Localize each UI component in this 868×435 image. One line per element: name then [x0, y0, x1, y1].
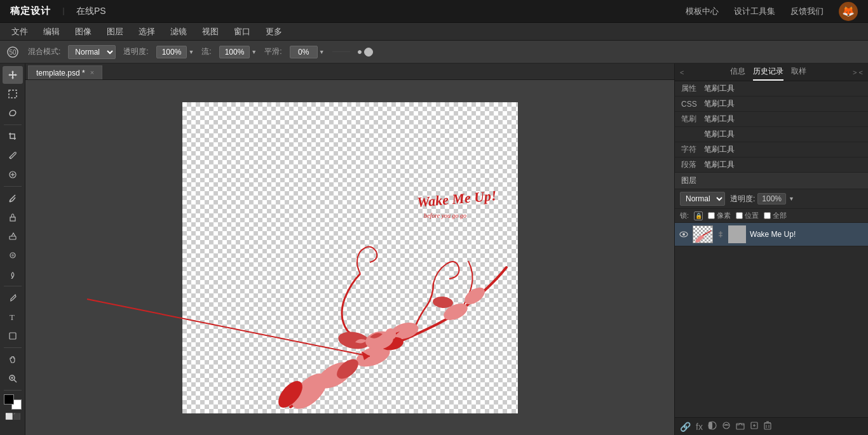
layer-section-header: 图层	[675, 173, 868, 189]
tool-move[interactable]	[3, 66, 23, 84]
layer-style-icon[interactable]: fx	[696, 422, 703, 432]
menu-window[interactable]: 窗口	[227, 25, 257, 39]
tool-eraser[interactable]	[3, 227, 23, 245]
tool-selection[interactable]	[3, 85, 23, 103]
flow-label: 流:	[201, 46, 211, 57]
menu-layer[interactable]: 图层	[100, 25, 130, 39]
top-bar-left: 稿定设计 ｜ 在线PS	[10, 5, 106, 17]
lock-pixel-label: 像素	[717, 211, 731, 220]
brush-tool-icon: 50	[5, 44, 20, 60]
menu-more[interactable]: 更多	[259, 25, 288, 39]
tool-sep-2	[4, 186, 22, 187]
layer-opacity-value[interactable]: 100%	[757, 193, 786, 204]
menu-file[interactable]: 文件	[5, 25, 34, 39]
brush-small-icon	[358, 50, 362, 54]
smooth-arrow[interactable]: ▼	[319, 49, 325, 55]
layer-mask-icon[interactable]	[708, 421, 717, 432]
layer-visibility-toggle[interactable]	[679, 229, 689, 239]
tool-text[interactable]: T	[3, 308, 23, 326]
layer-name-label: Wake Me Up!	[750, 230, 864, 239]
svg-text:T: T	[10, 312, 15, 321]
document-tab[interactable]: template.psd * ×	[28, 65, 102, 79]
nav-template-center[interactable]: 模板中心	[686, 6, 719, 17]
avatar[interactable]: 🦊	[839, 2, 858, 21]
tool-shape[interactable]	[3, 327, 23, 345]
tab-history[interactable]: 历史记录	[753, 64, 783, 81]
tool-stamp[interactable]	[3, 208, 23, 226]
svg-rect-45	[709, 422, 712, 429]
tool-hand[interactable]	[3, 351, 23, 368]
layer-item[interactable]: Wake Me Up!	[675, 223, 868, 246]
svg-text:before you go go: before you go go	[424, 212, 466, 219]
lock-pixel-input[interactable]	[708, 212, 715, 219]
tab-sample[interactable]: 取样	[791, 64, 806, 81]
foreground-color-swatch[interactable]	[4, 394, 14, 405]
menu-select[interactable]: 选择	[132, 25, 161, 39]
opacity-arrow[interactable]: ▼	[188, 49, 194, 55]
lock-position-input[interactable]	[736, 212, 743, 219]
smooth-value[interactable]: 0%	[290, 46, 318, 58]
svg-point-34	[385, 328, 397, 340]
tool-healing[interactable]	[3, 166, 23, 184]
svg-point-28	[461, 284, 487, 307]
layer-opacity-group: 透明度: 100% ▼	[730, 193, 794, 204]
panel-expand-right[interactable]: > <	[853, 69, 863, 76]
canvas-svg: Wake Me Up! before you go go	[182, 102, 518, 413]
nav-feedback[interactable]: 反馈我们	[790, 6, 824, 17]
menu-image[interactable]: 图像	[69, 25, 98, 39]
tool-pen[interactable]	[3, 289, 23, 307]
layer-panel-spacer	[675, 246, 868, 417]
tool-brush[interactable]	[3, 189, 23, 207]
logo-divider: ｜	[60, 6, 67, 17]
flow-value[interactable]: 100%	[219, 46, 250, 58]
lock-icon: 🔒	[694, 211, 703, 220]
tool-sep-1	[4, 124, 22, 125]
canvas-area: template.psd * × Wake Me Up! before you …	[25, 64, 674, 435]
lock-position-checkbox[interactable]: 位置	[736, 211, 759, 220]
flow-arrow[interactable]: ▼	[251, 49, 257, 55]
panel-collapse-left[interactable]: <	[680, 69, 684, 76]
delete-layer-icon[interactable]	[764, 421, 771, 432]
layer-opacity-arrow[interactable]: ▼	[789, 196, 794, 202]
tool-blur[interactable]	[3, 246, 23, 264]
blend-mode-select[interactable]: Normal Multiply Screen	[68, 45, 116, 59]
tool-crop[interactable]	[3, 128, 23, 145]
tool-sep-3	[4, 286, 22, 286]
options-separator	[332, 51, 350, 52]
new-group-icon[interactable]	[736, 421, 745, 432]
opacity-value[interactable]: 100%	[156, 46, 187, 58]
panel-row-char: 字符 笔刷工具	[675, 142, 868, 157]
brush-size-icon	[358, 48, 373, 57]
menu-view[interactable]: 视图	[196, 25, 225, 39]
layer-blend-select[interactable]: Normal Multiply	[680, 192, 725, 206]
tool-eyedropper[interactable]	[3, 147, 23, 164]
tab-bar: template.psd * ×	[25, 64, 674, 80]
menu-bar: 文件 编辑 图像 图层 选择 滤镜 视图 窗口 更多	[0, 23, 868, 41]
nav-design-tools[interactable]: 设计工具集	[734, 6, 775, 17]
lock-all-checkbox[interactable]: 全部	[764, 211, 787, 220]
lock-all-label: 全部	[773, 211, 787, 220]
menu-edit[interactable]: 编辑	[37, 25, 66, 39]
char-value: 笔刷工具	[704, 144, 735, 155]
adjustment-layer-icon[interactable]	[722, 421, 731, 432]
quick-mask-toggle[interactable]: ⬜⬛	[5, 413, 20, 420]
panel-row-css: CSS 笔刷工具	[675, 97, 868, 112]
menu-filter[interactable]: 滤镜	[164, 25, 193, 39]
layer-thumbnail	[693, 225, 713, 243]
tool-zoom[interactable]	[3, 370, 23, 387]
layer-blend-bar: Normal Multiply 透明度: 100% ▼	[675, 189, 868, 209]
panel-row-brush2: 笔刷工具	[675, 127, 868, 142]
new-layer-icon[interactable]	[750, 421, 759, 432]
blend-mode-label: 混合模式:	[28, 46, 60, 57]
tab-info[interactable]: 信息	[730, 64, 745, 81]
tool-lasso[interactable]	[3, 104, 23, 122]
canvas-container[interactable]: Wake Me Up! before you go go	[25, 80, 674, 435]
css-value: 笔刷工具	[704, 98, 735, 109]
link-layers-icon[interactable]: 🔗	[680, 422, 691, 432]
lock-pixel-checkbox[interactable]: 像素	[708, 211, 731, 220]
tab-close-button[interactable]: ×	[90, 69, 94, 76]
foreground-background-colors[interactable]	[4, 394, 22, 410]
tool-dodge[interactable]	[3, 265, 23, 283]
tool-sep-4	[4, 347, 22, 348]
lock-all-input[interactable]	[764, 212, 771, 219]
